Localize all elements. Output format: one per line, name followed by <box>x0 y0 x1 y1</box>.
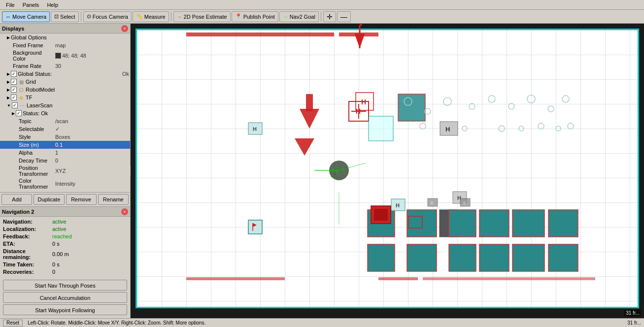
svg-text:H: H <box>253 126 257 132</box>
svg-point-52 <box>568 123 574 129</box>
selectable-row: Selectable ✓ <box>0 125 130 133</box>
cancel-accumulation-button[interactable]: Cancel Accumulation <box>3 292 127 303</box>
map-area: H <box>136 29 639 308</box>
tf-icon: ⊛ <box>18 94 25 101</box>
feedback-value: reached <box>52 233 72 239</box>
focus-camera-button[interactable]: ⊙ Focus Camera <box>83 11 132 22</box>
displays-panel[interactable]: ▶ Global Options Fixed Frame map Backgro… <box>0 33 130 192</box>
fixed-frame-label: Fixed Frame <box>1 42 55 48</box>
svg-point-42 <box>508 103 514 109</box>
displays-title: Displays <box>2 26 24 32</box>
style-row: Style Boxes <box>0 133 130 141</box>
svg-point-14 <box>344 175 345 176</box>
robot-model-row[interactable]: ▶ ⬡ RobotModel <box>0 86 130 94</box>
svg-rect-72 <box>369 116 393 141</box>
color-transformer-label: Color Transformer <box>1 178 55 190</box>
decay-time-value: 0 <box>55 158 129 164</box>
global-status-check <box>11 71 17 77</box>
svg-point-45 <box>562 96 569 102</box>
distance-value: 0.00 m <box>52 251 69 257</box>
alpha-label: Alpha <box>1 150 55 156</box>
alpha-value: 1 <box>55 150 129 156</box>
add-button[interactable]: Add <box>1 194 32 205</box>
svg-point-50 <box>538 123 544 129</box>
robot-model-expand[interactable]: ▶ <box>7 88 10 92</box>
measure-button[interactable]: 📏 Measure <box>133 11 169 22</box>
displays-close-button[interactable]: × <box>121 25 128 32</box>
svg-point-51 <box>556 126 561 131</box>
decay-time-row: Decay Time 0 <box>0 157 130 164</box>
svg-rect-33 <box>449 244 476 271</box>
svg-rect-21 <box>399 95 424 120</box>
nav2-panel-header: Navigation 2 × <box>0 207 130 217</box>
tf-row[interactable]: ▶ ⊛ TF <box>0 94 130 101</box>
measure-label: Measure <box>144 14 166 20</box>
viewport[interactable]: H <box>131 24 644 318</box>
global-status-row[interactable]: ▶ Global Status: Ok <box>0 70 130 78</box>
feedback-row: Feedback: reached <box>3 233 127 239</box>
global-status-expand[interactable]: ▶ <box>7 72 10 76</box>
size-row[interactable]: Size (m) 0.1 <box>0 141 130 149</box>
robot-model-check[interactable] <box>11 87 17 93</box>
tf-check[interactable] <box>11 95 17 100</box>
menu-help[interactable]: Help <box>43 1 62 9</box>
style-value: Boxes <box>55 134 129 140</box>
laser-scan-row[interactable]: ▼ ⋯ LaserScan <box>0 101 130 109</box>
measure-icon: 📏 <box>136 13 143 20</box>
2d-pose-icon: → <box>177 14 182 20</box>
svg-rect-30 <box>548 210 578 237</box>
map-svg: H <box>137 30 638 307</box>
svg-rect-63 <box>374 209 388 221</box>
svg-point-9 <box>336 171 338 173</box>
global-options-row[interactable]: ▶ Global Options <box>0 33 130 41</box>
laser-status-expand[interactable]: ▶ <box>12 111 15 116</box>
laser-status-row[interactable]: ▶ Status: Ok <box>0 109 130 117</box>
global-options-expand[interactable]: ▶ <box>7 35 10 40</box>
global-status-label: Global Status: <box>18 71 120 77</box>
main-layout: Displays × ▶ Global Options Fixed Frame … <box>0 24 644 318</box>
move-camera-button[interactable]: ↔ Move Camera <box>2 11 50 22</box>
duplicate-button[interactable]: Duplicate <box>34 194 64 205</box>
nav2-close-button[interactable]: × <box>121 208 128 215</box>
grid-check[interactable] <box>11 79 17 85</box>
reset-button[interactable]: Reset <box>3 320 23 327</box>
laser-scan-expand[interactable]: ▼ <box>7 103 11 108</box>
display-buttons-row: Add Duplicate Remove Rename <box>0 192 130 206</box>
navigation-key: Navigation: <box>3 219 52 225</box>
svg-rect-77 <box>423 277 595 280</box>
remove-button[interactable]: Remove <box>66 194 97 205</box>
start-waypoint-button[interactable]: Start Waypoint Following <box>3 304 127 315</box>
grid-expand[interactable]: ▶ <box>7 80 10 84</box>
grid-row[interactable]: ▶ ▦ Grid <box>0 78 130 86</box>
select-button[interactable]: ⊡ Select <box>51 11 79 22</box>
toolbar-sep-2 <box>171 12 171 22</box>
menu-file[interactable]: File <box>2 1 19 9</box>
laser-status-label: Status: Ok <box>23 110 129 116</box>
laser-scan-check[interactable] <box>12 102 18 108</box>
svg-marker-6 <box>295 138 314 156</box>
svg-rect-0 <box>186 33 334 36</box>
svg-marker-73 <box>300 109 319 129</box>
fixed-frame-value: map <box>55 42 129 48</box>
rename-button[interactable]: Rename <box>98 194 129 205</box>
nav2-goal-icon: → <box>283 14 288 20</box>
tf-expand[interactable]: ▶ <box>7 96 10 100</box>
nav2-goal-button[interactable]: → Nav2 Goal <box>279 11 319 22</box>
svg-point-38 <box>425 108 431 114</box>
svg-point-41 <box>488 96 495 102</box>
nav2-panel: Navigation 2 × Navigation: active Locali… <box>0 206 130 318</box>
selectable-value: ✓ <box>55 126 129 132</box>
svg-point-11 <box>337 167 339 169</box>
2d-pose-button[interactable]: → 2D Pose Estimate <box>173 11 231 22</box>
navigation-value: active <box>52 219 67 225</box>
svg-point-44 <box>548 106 554 112</box>
menu-panels[interactable]: Panels <box>19 1 43 9</box>
crosshair-button[interactable]: ✛ <box>323 11 336 22</box>
publish-point-button[interactable]: 📍 Publish Point <box>232 11 278 22</box>
bg-color-label: Background Color <box>1 50 55 62</box>
localization-key: Localization: <box>3 226 52 232</box>
svg-text:H: H <box>361 98 366 106</box>
recoveries-row: Recoveries: 0 <box>3 269 127 275</box>
minus-button[interactable]: — <box>337 11 351 22</box>
nav-through-poses-button[interactable]: Start Nav Through Poses <box>3 280 127 291</box>
